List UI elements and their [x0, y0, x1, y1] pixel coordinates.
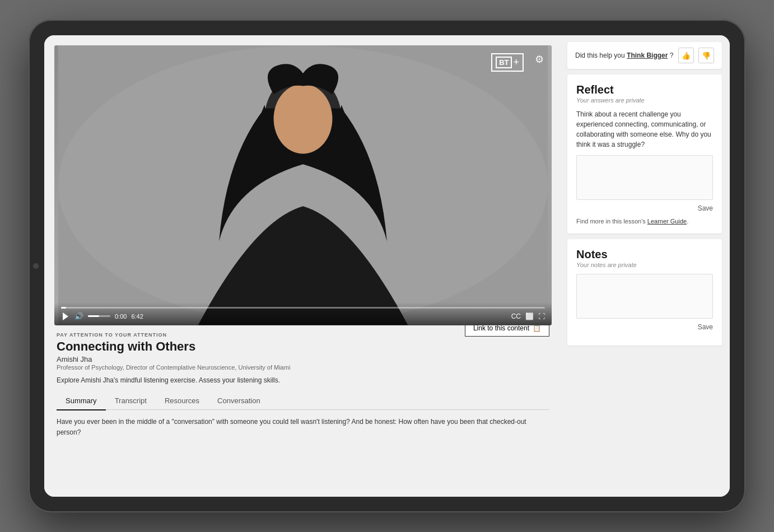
learner-guide-link[interactable]: Learner Guide	[647, 218, 687, 225]
thumbs-up-icon: 👍	[682, 52, 691, 60]
link-to-content-button[interactable]: Link to this content 📋	[465, 325, 549, 337]
content-description: Explore Amishi Jha's mindful listening e…	[57, 376, 549, 384]
pip-button[interactable]: ⬜	[525, 312, 534, 320]
tab-transcript[interactable]: Transcript	[106, 392, 156, 410]
reflect-footer-end: .	[687, 218, 688, 225]
tab-conversation[interactable]: Conversation	[208, 392, 269, 410]
svg-marker-4	[63, 312, 68, 320]
video-controls: 🔊 0:00 6:42	[54, 302, 552, 325]
notes-card: Notes Your notes are private Save	[567, 239, 722, 346]
svg-point-3	[274, 84, 333, 154]
content-label: PAY ATTENTION TO YOUR ATTENTION	[57, 332, 290, 338]
logo-plus: +	[513, 57, 519, 68]
thumbs-up-button[interactable]: 👍	[678, 48, 694, 63]
video-thumbnail	[54, 45, 552, 325]
content-actions: Add to curation Link to this content 📋	[465, 325, 549, 337]
video-progress-bar[interactable]	[61, 307, 545, 309]
video-progress-fill	[61, 307, 66, 309]
feedback-text-pre: Did this help you	[575, 52, 627, 59]
reflect-card: Reflect Your answers are private Think a…	[567, 74, 722, 234]
reflect-save-row: Save	[576, 204, 713, 212]
current-time: 0:00	[115, 313, 127, 320]
right-column: Did this help you Think Bigger ? 👍 👎 Ref…	[562, 35, 730, 497]
settings-icon[interactable]: ⚙	[535, 53, 544, 66]
feedback-bar: Did this help you Think Bigger ? 👍 👎	[567, 42, 722, 69]
content-below-video: PAY ATTENTION TO YOUR ATTENTION Connecti…	[54, 325, 552, 497]
tab-summary[interactable]: Summary	[57, 392, 106, 410]
volume-fill	[88, 315, 99, 317]
tab-resources[interactable]: Resources	[156, 392, 208, 410]
thumbs-down-button[interactable]: 👎	[698, 48, 714, 63]
volume-icon: 🔊	[74, 312, 83, 320]
reflect-footer: Find more in this lesson's Learner Guide…	[576, 218, 713, 225]
copy-icon: 📋	[533, 325, 541, 332]
main-content: BT + ⚙	[44, 35, 730, 497]
fullscreen-button[interactable]: ⛶	[538, 312, 545, 320]
play-button[interactable]	[61, 312, 70, 321]
reflect-footer-text: Find more in this lesson's	[576, 218, 647, 225]
content-info: PAY ATTENTION TO YOUR ATTENTION Connecti…	[57, 332, 290, 376]
video-time: 0:00 6:42	[115, 313, 143, 320]
video-controls-right: CC ⬜ ⛶	[511, 312, 545, 320]
volume-slider[interactable]	[88, 315, 110, 317]
cc-button[interactable]: CC	[511, 312, 521, 320]
notes-subtitle: Your notes are private	[576, 262, 713, 268]
reflect-textarea[interactable]	[576, 155, 713, 200]
feedback-question: Did this help you Think Bigger ?	[575, 52, 674, 59]
reflect-prompt: Think about a recent challenge you exper…	[576, 109, 713, 150]
tabs-container: Summary Transcript Resources Conversatio…	[57, 392, 549, 410]
thumbs-down-icon: 👎	[702, 52, 711, 60]
tab-content-summary: Have you ever been in the middle of a "c…	[57, 417, 549, 438]
duration: 6:42	[131, 313, 143, 320]
notes-save-button[interactable]: Save	[698, 323, 713, 331]
notes-title: Notes	[576, 248, 713, 261]
video-controls-left: 🔊 0:00 6:42	[61, 312, 143, 321]
reflect-title: Reflect	[576, 83, 713, 96]
tablet-screen: BT + ⚙	[44, 35, 730, 497]
feedback-highlight: Think Bigger	[627, 52, 668, 59]
content-author: Amishi Jha	[57, 355, 290, 363]
tablet-side-dot	[33, 263, 39, 269]
video-logo: BT +	[491, 53, 524, 72]
notes-textarea[interactable]	[576, 274, 713, 319]
link-to-content-label: Link to this content	[473, 325, 529, 332]
logo-bt: BT	[496, 57, 512, 68]
video-controls-bottom: 🔊 0:00 6:42	[61, 312, 545, 321]
notes-save-row: Save	[576, 323, 713, 331]
content-title: Connecting with Others	[57, 339, 290, 354]
content-credentials: Professor of Psychology, Director of Con…	[57, 364, 290, 371]
reflect-subtitle: Your answers are private	[576, 97, 713, 104]
feedback-text-post: ?	[668, 52, 673, 59]
video-player[interactable]: BT + ⚙	[54, 45, 552, 325]
reflect-save-button[interactable]: Save	[698, 204, 713, 212]
left-column: BT + ⚙	[44, 35, 562, 497]
tablet-frame: BT + ⚙	[29, 20, 745, 512]
